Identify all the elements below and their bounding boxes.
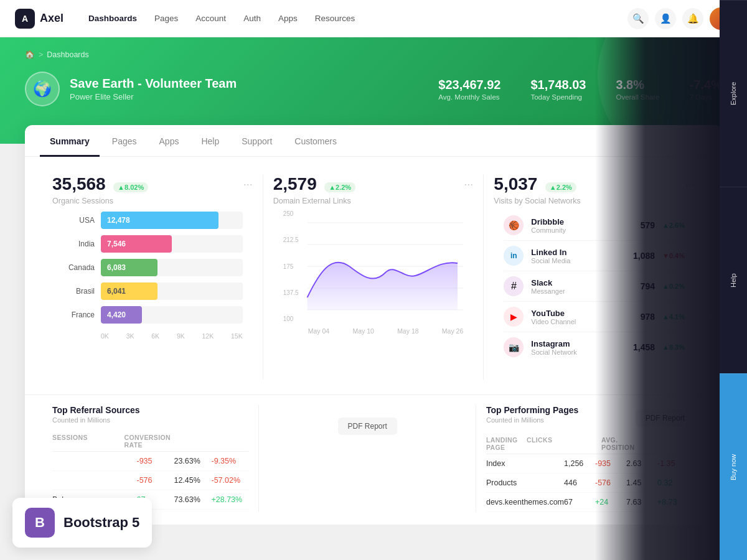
page-products-pos-change: 0.32	[657, 478, 695, 487]
main-card: Summary Pages Apps Help Support Customer…	[25, 125, 722, 525]
nav-links: Dashboards Pages Account Auth Apps Resou…	[81, 10, 627, 27]
bar-row-france: France 4,420	[62, 306, 243, 324]
breadcrumb-current: Dashboards	[47, 50, 88, 59]
col-rate-header: CONVERSION RATE	[124, 434, 174, 449]
stat-spending-label: Today Spending	[530, 93, 586, 101]
buy-now-button[interactable]: Buy now	[720, 373, 747, 525]
explore-button[interactable]: Explore	[720, 0, 747, 187]
page-devs-name: devs.keenthemes.com	[486, 498, 564, 506]
domain-links-number: 2,579	[273, 174, 317, 194]
tab-pages[interactable]: Pages	[102, 125, 147, 157]
tab-support[interactable]: Support	[232, 125, 282, 157]
metric-domain-links: 2,579 ▲2.2% ··· Domain External Links 25…	[263, 174, 484, 380]
line-chart-container: 250212.5175137.5100	[273, 205, 474, 340]
linkedin-name: Linked In	[531, 248, 626, 257]
metric-3-more[interactable]: ···	[685, 179, 695, 190]
nav-resources[interactable]: Resources	[308, 10, 363, 27]
referral-row-1: -935 23.63% -9.35%	[52, 452, 248, 471]
metric-header-2: 2,579 ▲2.2% ···	[273, 174, 474, 194]
referral-panel-subtitle: Counted in Millions	[52, 416, 248, 424]
linkedin-icon: in	[504, 246, 524, 266]
referral-r1-rate-change: -9.35%	[211, 457, 248, 465]
bar-wrap-india: 7,546	[101, 235, 243, 253]
tab-summary[interactable]: Summary	[40, 125, 100, 157]
user-icon-button[interactable]: 👤	[655, 8, 676, 29]
referral-panel-title: Top Referral Sources	[52, 405, 248, 415]
referral-r1-rate: 23.63%	[174, 457, 211, 465]
col-avg-position: AVG. POSITION	[601, 436, 651, 451]
page-products-name: Products	[486, 478, 564, 487]
panel-referral: Top Referral Sources Counted in Millions…	[42, 405, 259, 512]
metric-1-more[interactable]: ···	[243, 179, 253, 190]
dribbble-info: Dribbble Community	[531, 217, 632, 234]
tab-apps[interactable]: Apps	[149, 125, 189, 157]
pages-table-header: LANDING PAGE CLICKS AVG. POSITION	[486, 434, 695, 454]
nav-pages[interactable]: Pages	[147, 10, 186, 27]
stat-days-label: 7 Days	[690, 93, 722, 101]
organic-sessions-label: Organic Sessions	[52, 197, 253, 205]
page-products-clicks-change: -576	[595, 478, 626, 487]
slack-name: Slack	[531, 278, 632, 287]
hero-stat-spending: $1,748.03 Today Spending	[530, 78, 586, 101]
tab-customers[interactable]: Customers	[284, 125, 347, 157]
x-axis-labels: May 04May 10May 18May 26	[283, 325, 464, 335]
pages-pdf-button[interactable]: PDF Report	[636, 409, 695, 427]
metrics-grid: 35,568 ▲8.02% ··· Organic Sessions USA 1…	[25, 157, 722, 390]
pages-panel-title: Top Performing Pages	[486, 405, 578, 415]
metric-organic-sessions: 35,568 ▲8.02% ··· Organic Sessions USA 1…	[42, 174, 263, 380]
home-icon: 🏠	[25, 50, 35, 59]
col-landing-page: LANDING PAGE	[486, 436, 527, 451]
pdf-report-button[interactable]: PDF Report	[338, 418, 397, 435]
stat-share-label: Overall Share	[616, 93, 659, 101]
brand-icon: A	[15, 9, 35, 29]
page-products-position: 1.45	[626, 478, 657, 487]
page-index-position: 2.63	[626, 459, 657, 468]
bar-label-brasil: Brasil	[62, 287, 95, 296]
y-axis-labels: 250212.5175137.5100	[283, 210, 299, 322]
nav-account[interactable]: Account	[188, 10, 233, 27]
instagram-name: Instagram	[531, 339, 626, 348]
hero-stat-sales: $23,467.92 Avg. Monthly Sales	[438, 78, 500, 101]
brand[interactable]: A Axel	[15, 9, 63, 29]
pages-panel-subtitle: Counted in Millions	[486, 416, 578, 424]
team-role: Power Elite Seller	[70, 92, 237, 101]
domain-links-label: Domain External Links	[273, 197, 474, 205]
metric-header-3: 5,037 ▲2.2% ···	[494, 174, 695, 194]
instagram-change: ▲8.3%	[662, 343, 685, 351]
tabs: Summary Pages Apps Help Support Customer…	[25, 125, 722, 157]
linkedin-change: ▼0.4%	[662, 252, 685, 259]
social-visits-label: Visits by Social Networks	[494, 197, 695, 205]
stat-share-value: 3.8%	[616, 78, 659, 92]
tab-help[interactable]: Help	[191, 125, 229, 157]
nav-apps[interactable]: Apps	[271, 10, 305, 27]
page-index-clicks-change: -935	[595, 459, 626, 468]
panel-pages: Top Performing Pages Counted in Millions…	[476, 405, 705, 512]
help-button[interactable]: Help	[720, 187, 747, 373]
bootstrap-badge: B Bootstrap 5	[12, 498, 152, 525]
hero-content: 🌍 Save Earth - Volunteer Team Power Elit…	[25, 72, 722, 106]
page-devs-position: 7.63	[626, 498, 657, 506]
pages-panel-header: Top Performing Pages Counted in Millions…	[486, 405, 695, 431]
breadcrumb: 🏠 > Dashboards	[25, 50, 722, 59]
social-visits-badge: ▲2.2%	[545, 182, 576, 192]
bar-row-canada: Canada 6,083	[62, 259, 243, 276]
metric-2-more[interactable]: ···	[464, 179, 473, 190]
nav-right: 🔍 👤 🔔	[627, 7, 732, 30]
slack-info: Slack Messanger	[531, 278, 632, 295]
hero-stats: $23,467.92 Avg. Monthly Sales $1,748.03 …	[438, 78, 722, 101]
bootstrap-icon: B	[25, 508, 55, 525]
bar-wrap-brasil: 6,041	[101, 282, 243, 300]
bar-fill-france: 4,420	[101, 306, 142, 324]
nav-dashboards[interactable]: Dashboards	[81, 10, 144, 27]
notification-button[interactable]: 🔔	[682, 8, 703, 29]
page-devs-pos-change: +8.73	[657, 498, 695, 506]
pages-row-index: Index 1,256 -935 2.63 -1.35	[486, 454, 695, 474]
nav-auth[interactable]: Auth	[236, 10, 268, 27]
search-button[interactable]: 🔍	[627, 8, 649, 29]
referral-r3-rate-change: +28.73%	[211, 495, 248, 504]
panel-pdf: PDF Report	[259, 405, 476, 512]
brand-name: Axel	[40, 12, 63, 25]
dribbble-type: Community	[531, 226, 632, 234]
referral-r3-rate: 73.63%	[174, 495, 211, 504]
hero-stat-share: 3.8% Overall Share	[616, 78, 659, 101]
